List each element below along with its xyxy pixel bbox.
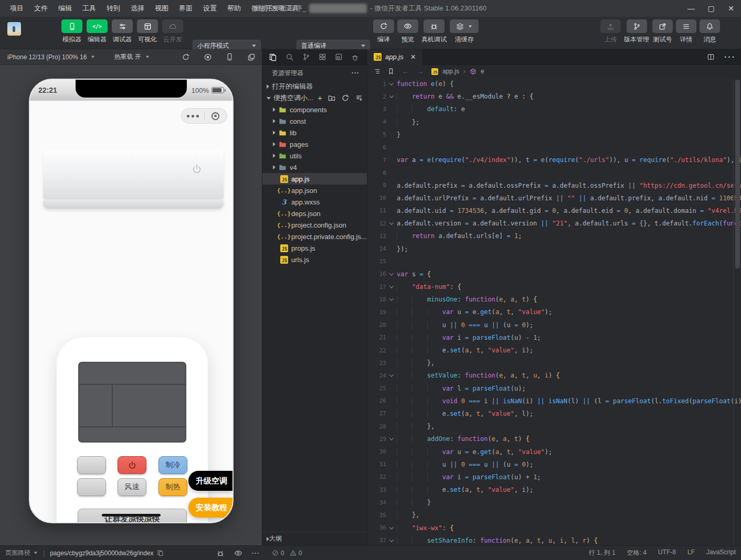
more-actions-icon[interactable]: ··· <box>724 52 736 62</box>
folder-pages[interactable]: pages <box>262 138 367 150</box>
code-line-2[interactable]: 2 return e && e.__esModule ? e : { <box>367 90 741 103</box>
code-line-13[interactable]: 13 return a.default.urls[e] = 1; <box>367 230 741 242</box>
file-app.wxss[interactable]: 3app.wxss <box>262 196 367 208</box>
close-target-icon[interactable] <box>205 112 227 120</box>
code-line-32[interactable]: 32 var i = parseFloat(u) + 1; <box>367 471 741 483</box>
nav-back-icon[interactable]: ← <box>402 67 409 76</box>
fold-chevron-icon[interactable] <box>386 298 397 301</box>
code-line-25[interactable]: 25 var l = parseFloat(u); <box>367 382 741 395</box>
code-line-14[interactable]: 14}); <box>367 242 741 255</box>
code-line-24[interactable]: 24 setValue: function(e, a, t, u, i) { <box>367 369 741 382</box>
tutorial-pill-button[interactable]: 安装教程 <box>188 498 232 518</box>
menu-item-0[interactable]: 项目 <box>5 2 28 15</box>
window-icon[interactable] <box>335 53 343 61</box>
menu-item-3[interactable]: 工具 <box>78 2 101 15</box>
code-line-35[interactable]: 35 }, <box>367 509 741 521</box>
code-line-29[interactable]: 29 addOne: function(e, a, t) { <box>367 433 741 445</box>
code-line-15[interactable]: 15 <box>367 255 741 268</box>
windows-icon[interactable] <box>247 53 256 61</box>
branch-icon[interactable] <box>302 53 310 61</box>
code-line-33[interactable]: 33 e.set(a, t, "value", i); <box>367 483 741 496</box>
file-project.private.config.js...[interactable]: {..}project.private.config.js... <box>262 231 367 242</box>
grid-icon[interactable] <box>319 53 326 61</box>
power-button[interactable] <box>118 456 146 474</box>
nav-forward-icon[interactable]: → <box>417 67 424 76</box>
code-line-3[interactable]: 3 default: e <box>367 103 741 115</box>
folder-const[interactable]: const <box>262 115 367 127</box>
fold-chevron-icon[interactable] <box>386 374 397 377</box>
bug-icon[interactable] <box>216 549 225 557</box>
eye-icon[interactable] <box>397 19 418 33</box>
status-item-0[interactable]: 行 1, 列 1 <box>589 548 616 557</box>
explorer-more-icon[interactable]: ··· <box>352 69 359 77</box>
device-select[interactable]: iPhone 12/13 (Pro) 100% 16 <box>7 53 95 61</box>
miniapp-capsule[interactable] <box>181 108 227 124</box>
code-line-30[interactable]: 30 var u = e.get(a, t, "value"); <box>367 445 741 458</box>
more-dots-icon[interactable] <box>182 115 204 117</box>
heat-button[interactable]: 制热 <box>158 478 187 496</box>
fold-chevron-icon[interactable] <box>386 526 397 530</box>
fold-chevron-icon[interactable] <box>386 82 397 85</box>
menu-item-7[interactable]: 界面 <box>174 2 197 15</box>
project-root[interactable]: 便携空调小... + <box>262 92 367 104</box>
menu-item-2[interactable]: 编辑 <box>54 2 77 15</box>
outline-section[interactable]: 大纲 <box>262 532 367 545</box>
code-line-11[interactable]: 11a.default.uid = 1734536, a.default.gid… <box>367 204 741 217</box>
code-icon[interactable]: </> <box>87 19 108 33</box>
search-icon[interactable] <box>285 53 294 61</box>
code-line-6[interactable]: 6 <box>367 141 741 154</box>
code-line-37[interactable]: 37 setShareInfo: function(e, a, t, u, i,… <box>367 534 741 545</box>
bookmark-icon[interactable] <box>387 68 395 75</box>
debug-icon[interactable] <box>112 19 133 33</box>
code-line-36[interactable]: 36 "iwx-wx": { <box>367 522 741 534</box>
folder-v4[interactable]: v4 <box>262 161 367 173</box>
layers-icon[interactable] <box>450 19 479 33</box>
page-path-label[interactable]: 页面路径 <box>5 548 30 557</box>
folder-components[interactable]: components <box>262 104 367 115</box>
new-file-icon[interactable]: + <box>317 94 322 102</box>
phone-icon[interactable] <box>226 53 234 61</box>
code-line-34[interactable]: 34 } <box>367 496 741 509</box>
file-deps.json[interactable]: {..}deps.json <box>262 208 367 219</box>
split-editor-icon[interactable] <box>707 53 715 61</box>
folder-lib[interactable]: lib <box>262 127 367 138</box>
code-editor[interactable]: 1function e(e) {2 return e && e.__esModu… <box>367 78 741 545</box>
upgrade-pill-button[interactable]: 升级空调 <box>188 471 232 491</box>
file-app.json[interactable]: {..}app.json <box>262 185 367 196</box>
menu-item-8[interactable]: 设置 <box>198 2 221 15</box>
problem-counts[interactable]: 0 0 <box>272 550 302 557</box>
code-line-27[interactable]: 27 e.set(a, t, "value", l); <box>367 407 741 420</box>
code-line-26[interactable]: 26 void 0 === i || isNaN(i) || isNaN(l) … <box>367 395 741 407</box>
status-item-4[interactable]: JavaScript <box>706 548 736 557</box>
maximize-button[interactable]: ▢ <box>701 0 721 17</box>
file-props.js[interactable]: JSprops.js <box>262 242 367 254</box>
file-project.config.json[interactable]: {..}project.config.json <box>262 219 367 231</box>
new-folder-icon[interactable] <box>328 94 335 102</box>
bug-icon[interactable] <box>424 19 444 33</box>
code-line-16[interactable]: 16var s = { <box>367 268 741 281</box>
code-line-8[interactable]: 8 <box>367 166 741 179</box>
code-line-5[interactable]: 5} <box>367 128 741 141</box>
remote-blank-button-1[interactable] <box>77 456 106 474</box>
collapse-icon[interactable] <box>355 94 363 102</box>
files-icon[interactable] <box>269 53 277 61</box>
menu-item-4[interactable]: 转到 <box>102 2 125 15</box>
cloud-icon[interactable] <box>162 19 183 33</box>
refresh-icon[interactable] <box>341 94 350 102</box>
bell-icon[interactable] <box>700 19 720 33</box>
breadcrumb-file[interactable]: app.js <box>442 68 459 75</box>
minimize-button[interactable]: — <box>681 0 701 17</box>
close-button[interactable]: ✕ <box>721 0 741 17</box>
tab-app-js[interactable]: JS app.js ✕ <box>367 49 423 65</box>
fold-chevron-icon[interactable] <box>386 222 397 225</box>
code-line-4[interactable]: 4 }; <box>367 116 741 128</box>
outline-list-icon[interactable] <box>374 68 381 75</box>
menu-item-9[interactable]: 帮助 <box>223 2 246 15</box>
page-path-value[interactable]: pages/cbygz9da3j50000dw26g/index <box>50 550 154 557</box>
fold-chevron-icon[interactable] <box>386 273 397 276</box>
hot-reload-toggle[interactable]: 热重载 开 <box>114 52 149 61</box>
user-avatar[interactable] <box>7 22 21 36</box>
code-line-7[interactable]: 7var a = e(require("./v4/index")), t = e… <box>367 154 741 166</box>
fold-chevron-icon[interactable] <box>386 95 397 98</box>
upload-icon[interactable] <box>600 19 621 33</box>
